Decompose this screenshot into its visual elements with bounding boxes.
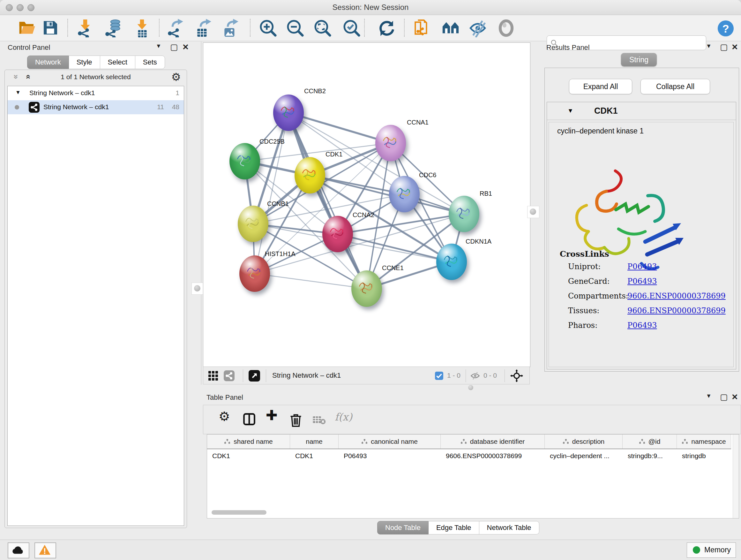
- crosslink-link[interactable]: P06493: [627, 262, 657, 271]
- column-header-description[interactable]: description: [545, 435, 623, 449]
- string-home-icon[interactable]: [441, 19, 460, 37]
- table-cell[interactable]: CDK1: [290, 449, 339, 463]
- network-canvas[interactable]: CCNB2CCNA1CDC25BCDK1CDC6RB1CCNB1CCNA2HIS…: [203, 43, 530, 367]
- fit-content-crosshair-icon[interactable]: [510, 369, 523, 383]
- import-network-icon[interactable]: [76, 19, 94, 37]
- network-row-selected[interactable]: String Network – cdk1 11 48: [8, 100, 184, 114]
- table-settings-gear-icon[interactable]: ⚙: [219, 409, 230, 424]
- gear-icon[interactable]: ⚙: [172, 71, 181, 83]
- collapse-all-button[interactable]: Collapse All: [641, 79, 710, 94]
- expand-all-button[interactable]: Expand All: [569, 79, 632, 94]
- export-network-icon[interactable]: [166, 19, 185, 37]
- tab-select[interactable]: Select: [100, 56, 135, 69]
- crosslink-link[interactable]: 9606.ENSP00000378699: [627, 306, 726, 315]
- tab-node-table[interactable]: Node Table: [377, 521, 428, 535]
- table-cell[interactable]: 9606.ENSP00000378699: [441, 449, 545, 463]
- zoom-fit-icon[interactable]: [313, 19, 332, 37]
- help-icon[interactable]: ?: [717, 20, 736, 38]
- column-header-name[interactable]: name: [290, 435, 339, 449]
- zoom-selected-icon[interactable]: [342, 19, 361, 37]
- add-column-icon[interactable]: ✚: [266, 407, 278, 423]
- network-node-CDK1[interactable]: [294, 157, 325, 193]
- network-node-CDC6[interactable]: [389, 176, 420, 212]
- panel-float-icon[interactable]: ▢: [720, 392, 728, 402]
- save-session-icon[interactable]: [42, 19, 60, 37]
- selected-checkbox-icon[interactable]: [435, 372, 443, 380]
- horizontal-scrollbar[interactable]: [212, 510, 266, 515]
- memory-button[interactable]: Memory: [687, 543, 736, 558]
- import-table-icon[interactable]: [133, 19, 151, 37]
- column-header-canonical-name[interactable]: canonical name: [339, 435, 441, 449]
- network-node-CCNE1[interactable]: [351, 270, 382, 307]
- show-all-icon[interactable]: [497, 19, 515, 37]
- network-node-CCNA1[interactable]: [375, 125, 406, 161]
- network-node-CCNB2[interactable]: [273, 95, 304, 131]
- network-from-document-icon[interactable]: [413, 19, 431, 37]
- table-row[interactable]: CDK1CDK1P064939606.ENSP00000378699cyclin…: [207, 449, 731, 463]
- crosslink-link[interactable]: 9606.ENSP00000378699: [627, 292, 726, 300]
- tab-style[interactable]: Style: [69, 56, 100, 69]
- table-cell[interactable]: cyclin–dependent ...: [545, 449, 623, 463]
- left-splitter-handle[interactable]: [192, 283, 204, 295]
- separator: [504, 369, 505, 382]
- export-image-icon[interactable]: [221, 19, 240, 37]
- panel-close-icon[interactable]: ✕: [731, 43, 738, 52]
- collapse-triangle-icon[interactable]: ▼: [567, 107, 574, 114]
- network-node-RB1[interactable]: [449, 196, 479, 232]
- network-node-CDKN1A[interactable]: [436, 244, 467, 280]
- tab-network-table[interactable]: Network Table: [479, 521, 539, 535]
- panel-menu-icon[interactable]: ▼: [706, 393, 712, 399]
- vertical-scrollbar-track[interactable]: [733, 435, 739, 518]
- table-cell[interactable]: P06493: [339, 449, 441, 463]
- right-splitter-handle[interactable]: [527, 206, 539, 218]
- column-header-namespace[interactable]: namespace: [677, 435, 731, 449]
- tab-string[interactable]: String: [621, 53, 657, 66]
- delete-table-icon[interactable]: [313, 415, 326, 426]
- network-selection-status: 1 of 1 Network selected: [5, 73, 187, 81]
- export-table-icon[interactable]: [194, 19, 212, 37]
- network-collection-row[interactable]: ▼ String Network – cdk1 1: [8, 86, 184, 100]
- separator: [466, 369, 466, 382]
- panel-float-icon[interactable]: ▢: [720, 42, 728, 52]
- import-network-database-icon[interactable]: [104, 19, 123, 37]
- hidden-eye-icon[interactable]: [470, 371, 480, 381]
- table-cell[interactable]: CDK1: [207, 449, 290, 463]
- tab-network[interactable]: Network: [27, 56, 69, 69]
- table-cell[interactable]: stringdb:9...: [623, 449, 677, 463]
- zoom-out-icon[interactable]: [286, 19, 305, 37]
- column-header--id[interactable]: @id: [623, 435, 677, 449]
- panel-menu-icon[interactable]: ▼: [706, 43, 712, 50]
- delete-column-trash-icon[interactable]: [289, 412, 303, 429]
- panel-close-icon[interactable]: ✕: [182, 43, 189, 52]
- column-header-shared-name[interactable]: shared name: [207, 435, 290, 449]
- bottom-splitter-handle[interactable]: [468, 385, 473, 390]
- network-node-CCNA2[interactable]: [322, 216, 353, 252]
- network-node-CCNB1[interactable]: [238, 206, 268, 242]
- refresh-layout-icon[interactable]: [378, 19, 396, 37]
- hide-selected-icon[interactable]: [468, 19, 487, 37]
- gene-header[interactable]: ▼ CDK1: [547, 102, 736, 120]
- tab-edge-table[interactable]: Edge Table: [428, 521, 479, 535]
- cloud-button[interactable]: [8, 543, 29, 558]
- warning-button[interactable]: [35, 543, 56, 558]
- crosslink-link[interactable]: P06493: [627, 321, 657, 330]
- birdseye-grid-icon[interactable]: [208, 371, 218, 381]
- network-node-HIST1H1A[interactable]: [239, 255, 270, 292]
- window-title: Session: New Session: [0, 3, 741, 12]
- panel-menu-icon[interactable]: ▼: [156, 43, 161, 50]
- table-cell[interactable]: stringdb: [677, 449, 731, 463]
- tab-sets[interactable]: Sets: [135, 56, 165, 69]
- show-columns-icon[interactable]: [242, 412, 256, 428]
- open-in-window-icon[interactable]: [249, 370, 260, 381]
- edge-count: 48: [172, 103, 179, 111]
- panel-close-icon[interactable]: ✕: [731, 392, 738, 401]
- function-builder-icon[interactable]: f(x): [335, 411, 352, 423]
- open-file-icon[interactable]: [18, 19, 37, 37]
- collapse-triangle-icon[interactable]: ▼: [15, 89, 21, 96]
- zoom-in-icon[interactable]: [259, 19, 277, 37]
- network-share-icon[interactable]: [224, 370, 234, 381]
- column-header-database-identifier[interactable]: database identifier: [441, 435, 545, 449]
- crosslink-link[interactable]: P06493: [627, 277, 657, 286]
- network-node-CDC25B[interactable]: [229, 143, 260, 179]
- panel-float-icon[interactable]: ▢: [170, 42, 178, 52]
